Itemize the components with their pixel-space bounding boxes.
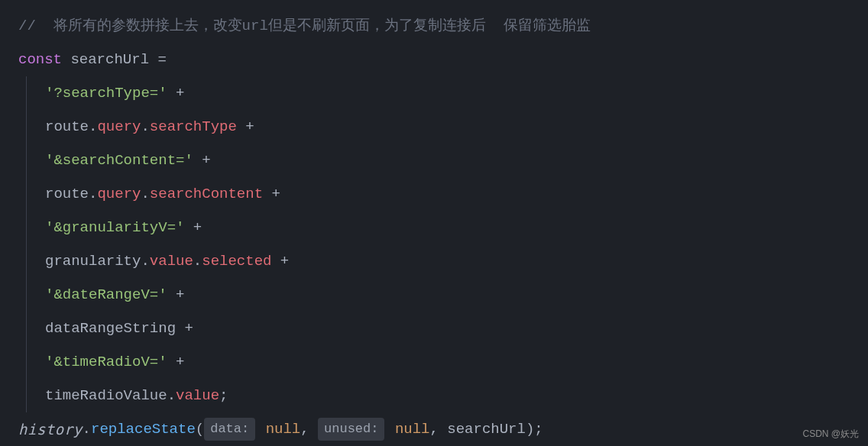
property: searchType <box>150 115 237 138</box>
null-keyword: null <box>386 418 429 441</box>
indent-block: '?searchType=' + route.query.searchType … <box>26 76 868 412</box>
operator: + <box>237 115 254 138</box>
code-line: '&timeRadioV=' + <box>45 345 868 379</box>
operator: + <box>167 351 185 373</box>
param-hint: unused: <box>318 418 384 440</box>
code-line: dataRangeString + <box>45 312 868 345</box>
code-line: // 将所有的参数拼接上去，改变url但是不刷新页面，为了复制连接后 保留筛选胎… <box>18 9 868 43</box>
paren: ( <box>196 418 204 441</box>
property: value <box>150 250 193 273</box>
property: searchContent <box>150 183 263 205</box>
operator: + <box>184 216 202 239</box>
dot: . <box>83 418 91 441</box>
dot: . <box>141 250 149 273</box>
code-line: '&granularityV=' + <box>45 211 868 244</box>
code-line: '&dateRangeV=' + <box>45 278 868 312</box>
code-line: route.query.searchType + <box>45 110 868 144</box>
code-line: granularity.value.selected + <box>45 244 868 278</box>
identifier: granularity <box>45 250 141 273</box>
dot: . <box>193 250 202 273</box>
comment-text: // 将所有的参数拼接上去，改变url但是不刷新页面，为了复制连接后 保留筛选胎… <box>18 15 591 37</box>
param-hint: data: <box>204 418 255 440</box>
semicolon: ; <box>219 384 228 407</box>
code-line: '?searchType=' + <box>45 76 868 110</box>
operator: + <box>263 183 280 205</box>
string-literal: '&granularityV=' <box>45 216 184 239</box>
string-literal: '&timeRadioV=' <box>45 351 167 373</box>
operator: + <box>176 317 193 340</box>
operator: + <box>193 149 211 172</box>
property: value <box>176 384 219 407</box>
operator: + <box>271 250 289 273</box>
code-line: const searchUrl = <box>18 43 868 76</box>
dot: . <box>167 384 176 407</box>
keyword-const: const <box>18 48 62 71</box>
variable-name: searchUrl <box>62 48 157 71</box>
operator: + <box>167 82 185 105</box>
dot: . <box>141 115 149 138</box>
rest-args: , searchUrl); <box>430 418 543 441</box>
dot: . <box>89 115 97 138</box>
method-name: replaceState <box>91 418 196 441</box>
identifier: dataRangeString <box>45 317 176 340</box>
code-editor: // 将所有的参数拼接上去，改变url但是不刷新页面，为了复制连接后 保留筛选胎… <box>18 9 868 446</box>
watermark: CSDN @妖光 <box>802 427 859 441</box>
identifier: route <box>45 115 89 138</box>
string-literal: '&searchContent=' <box>45 149 193 172</box>
property: selected <box>202 250 271 273</box>
dot: . <box>141 183 149 205</box>
null-keyword: null <box>257 418 300 441</box>
property: query <box>97 115 141 138</box>
code-line: '&searchContent=' + <box>45 144 868 177</box>
code-line: history.replaceState( data: null, unused… <box>18 412 868 446</box>
property: query <box>97 183 141 205</box>
operator: = <box>157 48 166 71</box>
string-literal: '&dateRangeV=' <box>45 283 167 306</box>
code-line: timeRadioValue.value; <box>45 379 868 412</box>
identifier-history: history <box>18 418 83 441</box>
operator: + <box>167 283 185 306</box>
identifier: timeRadioValue <box>45 384 167 407</box>
dot: . <box>89 183 97 205</box>
comma: , <box>300 418 318 441</box>
code-line: route.query.searchContent + <box>45 177 868 211</box>
string-literal: '?searchType=' <box>45 82 167 105</box>
identifier: route <box>45 183 89 205</box>
